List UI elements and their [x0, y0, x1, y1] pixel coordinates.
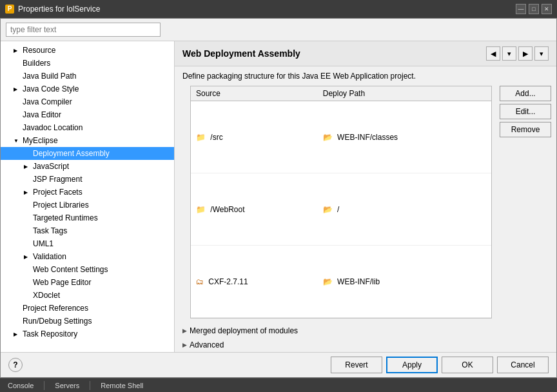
- minimize-button[interactable]: —: [516, 4, 526, 14]
- sidebar: Resource Builders Java Build Path Java C…: [1, 41, 175, 352]
- sidebar-item-label: UML1: [33, 239, 54, 248]
- sidebar-item-project-libraries[interactable]: Project Libraries: [1, 199, 174, 211]
- nav-dropdown-button[interactable]: ▾: [534, 46, 549, 61]
- nav-split-button[interactable]: ▾: [502, 46, 516, 61]
- sidebar-item-java-build-path[interactable]: Java Build Path: [1, 70, 174, 83]
- cancel-button[interactable]: Cancel: [497, 357, 549, 373]
- apply-button[interactable]: Apply: [386, 357, 438, 373]
- sidebar-item-builders[interactable]: Builders: [1, 57, 174, 70]
- description-text: Define packaging structure for this Java…: [182, 72, 416, 81]
- sidebar-item-deployment-assembly[interactable]: Deployment Assembly: [1, 147, 174, 160]
- sidebar-item-task-repository[interactable]: Task Repository: [1, 328, 174, 340]
- table-row[interactable]: 🗂 CXF-2.7.11 📂 WEB-INF/lib: [191, 246, 491, 318]
- source-value: /src: [210, 133, 222, 142]
- sidebar-item-jsp-fragment[interactable]: JSP Fragment: [1, 173, 174, 186]
- deploy-path-cell: 📂 WEB-INF/classes: [318, 101, 491, 173]
- properties-dialog: Resource Builders Java Build Path Java C…: [0, 18, 557, 378]
- sidebar-item-targeted-runtimes[interactable]: Targeted Runtimes: [1, 211, 174, 224]
- dialog-actions: ? Revert Apply OK Cancel: [1, 352, 556, 377]
- status-separator: [90, 381, 90, 390]
- advanced-label: Advanced: [190, 340, 224, 349]
- sidebar-item-task-tags[interactable]: Task Tags: [1, 224, 174, 237]
- folder-blue-icon: 📂: [323, 133, 333, 142]
- status-bar: Console Servers Remote Shell: [0, 378, 557, 392]
- console-label: Console: [8, 382, 34, 389]
- remove-button[interactable]: Remove: [500, 122, 551, 137]
- merged-deployment-section[interactable]: ▶ Merged deployment of modules: [175, 324, 556, 338]
- chevron-icon: [14, 86, 20, 92]
- sidebar-item-validation[interactable]: Validation: [1, 250, 174, 263]
- title-bar-left: P Properties for lolService: [5, 5, 100, 14]
- sidebar-item-label: Java Editor: [23, 110, 61, 119]
- sidebar-item-label: JavaScript: [33, 162, 69, 171]
- folder-blue-icon: 📂: [323, 277, 333, 286]
- sidebar-item-java-compiler[interactable]: Java Compiler: [1, 95, 174, 108]
- sidebar-item-run-debug-settings[interactable]: Run/Debug Settings: [1, 315, 174, 328]
- sidebar-item-label: Builders: [23, 59, 50, 68]
- sidebar-item-label: Javadoc Location: [23, 123, 83, 132]
- assembly-table-wrapper: Source Deploy Path 📁 /src: [190, 86, 492, 318]
- panel-header: Web Deployment Assembly ◀ ▾ ▶ ▾: [175, 41, 556, 66]
- sidebar-item-resource[interactable]: Resource: [1, 44, 174, 57]
- add-button[interactable]: Add...: [500, 86, 551, 101]
- remote-shell-label: Remote Shell: [101, 382, 143, 389]
- title-bar-controls: — □ ✕: [516, 4, 552, 14]
- source-cell: 🗂 CXF-2.7.11: [191, 246, 318, 318]
- sidebar-item-label: Deployment Assembly: [33, 149, 110, 158]
- merged-deployment-label: Merged deployment of modules: [190, 326, 298, 335]
- deploy-path-value: WEB-INF/classes: [337, 133, 398, 142]
- sidebar-item-label: Validation: [33, 252, 66, 261]
- sidebar-item-label: Run/Debug Settings: [23, 317, 92, 326]
- deploy-path-value: /: [337, 205, 339, 214]
- sidebar-item-project-references[interactable]: Project References: [1, 302, 174, 315]
- ok-button[interactable]: OK: [442, 357, 493, 373]
- sidebar-item-javascript[interactable]: JavaScript: [1, 160, 174, 173]
- chevron-icon: [24, 164, 30, 170]
- status-console[interactable]: Console: [5, 378, 36, 392]
- table-row[interactable]: 📁 /WebRoot 📂 /: [191, 173, 491, 246]
- folder-yellow-icon: 📁: [196, 133, 206, 142]
- sidebar-item-java-code-style[interactable]: Java Code Style: [1, 83, 174, 95]
- assembly-table: Source Deploy Path 📁 /src: [191, 86, 491, 318]
- sidebar-item-java-editor[interactable]: Java Editor: [1, 108, 174, 121]
- folder-blue-icon: 📂: [323, 205, 333, 214]
- table-row-area: Source Deploy Path 📁 /src: [175, 86, 556, 324]
- sidebar-item-myeclipse[interactable]: MyEclipse: [1, 134, 174, 147]
- close-button[interactable]: ✕: [542, 4, 552, 14]
- sidebar-item-uml1[interactable]: UML1: [1, 237, 174, 250]
- sidebar-item-web-page-editor[interactable]: Web Page Editor: [1, 276, 174, 289]
- title-bar: P Properties for lolService — □ ✕: [0, 0, 557, 18]
- sidebar-item-project-facets[interactable]: Project Facets: [1, 186, 174, 199]
- status-servers[interactable]: Servers: [52, 378, 82, 392]
- sidebar-item-web-content-settings[interactable]: Web Content Settings: [1, 263, 174, 276]
- section-chevron-icon: ▶: [182, 328, 187, 334]
- advanced-section[interactable]: ▶ Advanced: [175, 338, 556, 352]
- source-value: /WebRoot: [210, 205, 244, 214]
- revert-button[interactable]: Revert: [331, 357, 382, 373]
- filter-input[interactable]: [6, 23, 161, 37]
- column-header-source: Source: [191, 86, 318, 101]
- status-remote-shell[interactable]: Remote Shell: [98, 378, 146, 392]
- sidebar-item-label: Task Tags: [33, 226, 67, 235]
- table-action-buttons: Add... Edit... Remove: [500, 86, 556, 318]
- help-button[interactable]: ?: [8, 358, 23, 372]
- deploy-path-value: WEB-INF/lib: [337, 277, 380, 286]
- maximize-button[interactable]: □: [529, 4, 539, 14]
- filter-bar: [1, 19, 556, 41]
- chevron-icon: [14, 138, 20, 144]
- deploy-path-cell: 📂 /: [318, 173, 491, 246]
- sidebar-item-label: Targeted Runtimes: [33, 213, 98, 222]
- panel-title: Web Deployment Assembly: [182, 48, 300, 59]
- sidebar-item-xdoclet[interactable]: XDoclet: [1, 289, 174, 302]
- nav-back-button[interactable]: ◀: [486, 46, 500, 61]
- edit-button[interactable]: Edit...: [500, 104, 551, 119]
- jar-icon: 🗂: [196, 277, 204, 286]
- sidebar-item-javadoc-location[interactable]: Javadoc Location: [1, 121, 174, 134]
- sidebar-item-label: Java Compiler: [23, 97, 72, 106]
- sidebar-item-label: Project Facets: [33, 188, 83, 197]
- right-panel: Web Deployment Assembly ◀ ▾ ▶ ▾ Define p…: [175, 41, 556, 352]
- table-row[interactable]: 📁 /src 📂 WEB-INF/classes: [191, 101, 491, 173]
- sidebar-item-label: Web Content Settings: [33, 265, 108, 274]
- nav-forward-button[interactable]: ▶: [518, 46, 533, 61]
- sidebar-item-label: Java Code Style: [23, 84, 79, 93]
